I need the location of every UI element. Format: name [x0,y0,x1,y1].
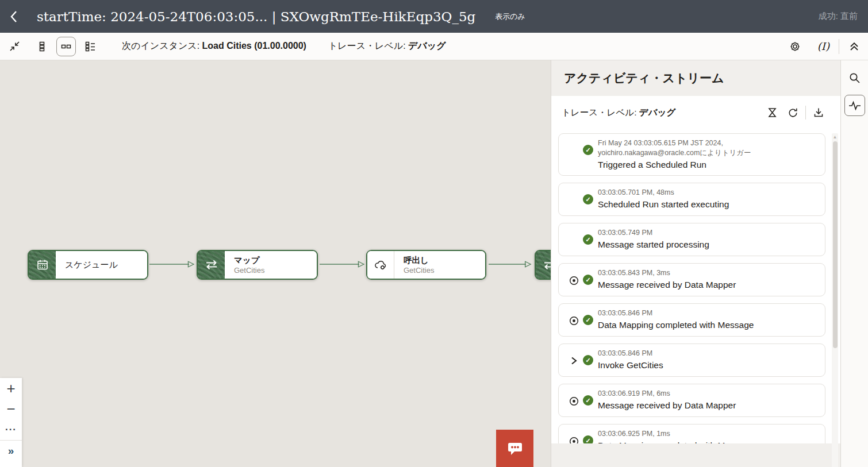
map-swap-icon [198,251,225,279]
search-icon[interactable] [846,68,864,87]
expand-chevron-icon[interactable] [568,355,579,366]
stream-scrollbar[interactable]: ▲ ▼ [832,133,838,467]
back-button[interactable] [0,0,28,33]
flow-arrow [149,261,195,268]
success-check-icon: ✓ [583,234,593,245]
scrollbar-thumb[interactable] [833,141,838,348]
activity-stream-header: アクティビティ・ストリーム [551,60,840,96]
flow-node-partial[interactable] [535,250,551,280]
entry-message: Data Mapping completed with Message [598,319,819,331]
vertical-layout-icon[interactable] [32,37,52,56]
success-check-icon: ✓ [583,435,593,443]
entry-message: Message received by Data Mapper [598,399,819,411]
feedback-chat-button[interactable] [496,430,533,467]
entry-message: Triggered a Scheduled Run [598,159,819,171]
success-check-icon: ✓ [583,355,593,365]
success-check-icon: ✓ [583,275,593,285]
flow-node-schedule[interactable]: スケジュール [28,250,148,280]
horizontal-layout-icon[interactable] [56,37,76,56]
tree-view-icon[interactable] [80,37,100,56]
view-payload-eye-icon[interactable] [568,275,579,286]
view-payload-eye-icon[interactable] [568,435,579,443]
success-check-icon: ✓ [583,194,593,204]
entry-timestamp: 03:03:05.843 PM, 3ms [598,268,819,278]
status-badge: 成功: 直前 [819,11,859,22]
activity-entry[interactable]: ✓ 03:03:05.846 PM Data Mapping completed… [558,303,825,337]
settings-gear-icon[interactable] [785,37,805,56]
success-check-icon: ✓ [583,145,593,155]
entry-timestamp: 03:03:05.701 PM, 48ms [598,188,819,198]
activity-stream-footer [551,443,840,467]
activity-entry[interactable]: ✓ 03:03:06.925 PM, 1ms Data Mapping comp… [558,424,825,443]
collapse-panel-icon[interactable] [848,41,860,52]
shortcut-i-button[interactable]: (I) [817,40,829,52]
toolbar: 次のインスタンス: Load Cities (01.00.0000) トレース・… [0,33,868,60]
node-sublabel: GetCities [234,266,317,275]
zoom-out-button[interactable]: − [0,399,22,419]
success-check-icon: ✓ [583,395,593,406]
entry-timestamp: 03:03:06.919 PM, 6ms [598,389,819,399]
collapse-canvas-icon[interactable] [5,37,24,56]
trace-actions-divider [805,106,806,119]
node-label: スケジュール [65,260,147,271]
scroll-up-icon[interactable]: ▲ [832,133,838,140]
activity-entry[interactable]: ✓ 03:03:06.919 PM, 6ms Message received … [558,384,825,417]
entry-timestamp: 03:03:05.749 PM [598,228,819,238]
cloud-invoke-icon [367,251,394,279]
toolbar-right: (I) [785,37,868,56]
entry-timestamp: 03:03:05.846 PM [598,308,819,318]
flow-canvas[interactable]: スケジュール マップ GetCities [0,60,551,467]
content-area: スケジュール マップ GetCities [0,60,868,467]
node-label: 呼出し [404,255,485,266]
zoom-controls: + − ··· » [0,378,22,467]
app-header: startTime: 2024-05-24T06:03:05... | SXOw… [0,0,868,33]
activity-stream-list[interactable]: ✓ Fri May 24 03:03:05.615 PM JST 2024, y… [551,129,840,443]
trace-level-text: トレース・レベル: デバッグ [328,40,446,52]
expand-panel-button[interactable]: » [0,441,22,461]
flow-arrow [489,261,532,268]
next-instance-value: Load Cities (01.00.0000) [202,41,306,51]
flow-node-invoke-getcities[interactable]: 呼出し GetCities [366,250,486,280]
activity-stream-title: アクティビティ・ストリーム [564,70,724,86]
panel-trace-text: トレース・レベル: デバッグ [562,107,675,119]
activity-stream-panel: アクティビティ・ストリーム トレース・レベル: デバッグ [551,60,840,467]
more-options-button[interactable]: ··· [0,419,22,440]
panel-trace-label: トレース・レベル: [562,107,639,117]
next-instance-text: 次のインスタンス: Load Cities (01.00.0000) [122,40,306,52]
chat-bubble-icon [506,441,524,457]
calendar-icon [29,251,56,279]
download-icon[interactable] [811,105,827,121]
entry-message: Invoke GetCities [598,359,819,371]
flow-arrow [320,261,366,268]
activity-entry[interactable]: ✓ Fri May 24 03:03:05.615 PM JST 2024, y… [558,133,825,176]
entry-message: Scheduled Run started executing [598,198,819,210]
panel-trace-value: デバッグ [639,107,675,117]
entry-message: Data Mapping completed with Message [598,439,819,443]
right-icon-strip [840,60,868,467]
view-payload-eye-icon[interactable] [568,315,579,326]
flow-node-map-getcities[interactable]: マップ GetCities [197,250,318,280]
refresh-icon[interactable] [785,105,801,121]
entry-trigger-user: yoichiro.nakagawa@oracle.comによりトリガー [598,148,819,158]
node-sublabel: GetCities [404,266,485,275]
view-payload-eye-icon[interactable] [568,395,579,407]
node-label: マップ [234,255,317,266]
activity-entry[interactable]: ✓ 03:03:05.749 PM Message started proces… [558,223,825,256]
activity-entry[interactable]: ✓ 03:03:05.701 PM, 48ms Scheduled Run st… [558,183,825,216]
toolbar-divider [839,39,839,54]
map-swap-icon [536,251,551,279]
trace-level-value: デバッグ [408,41,446,51]
entry-message: Message received by Data Mapper [598,279,819,291]
entry-timestamp: 03:03:06.925 PM, 1ms [598,429,819,439]
pulse-icon [848,101,861,111]
activity-entry[interactable]: ✓ 03:03:05.843 PM, 3ms Message received … [558,263,825,296]
view-only-badge: 表示のみ [495,11,525,22]
trace-level-row: トレース・レベル: デバッグ [551,96,840,129]
page-title: startTime: 2024-05-24T06:03:05... | SXOw… [37,9,475,24]
activity-pulse-button[interactable] [844,95,865,116]
next-instance-label: 次のインスタンス: [122,41,202,51]
hourglass-icon[interactable] [764,105,780,121]
activity-entry[interactable]: ✓ 03:03:05.846 PM Invoke GetCities [558,344,825,377]
zoom-in-button[interactable]: + [0,378,22,399]
entry-timestamp: 03:03:05.846 PM [598,349,819,358]
